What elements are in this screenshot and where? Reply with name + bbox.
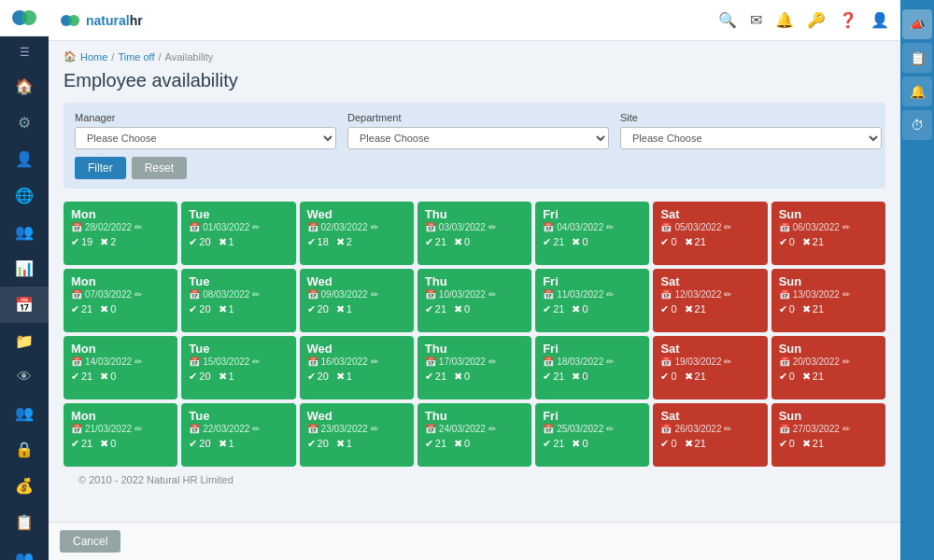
filter-button[interactable]: Filter: [75, 157, 126, 179]
check-icon: ✔: [189, 371, 197, 383]
day-cell-06-03-2022[interactable]: Sun 📅 06/03/2022 ✏ ✔ 0 ✖ 21: [771, 202, 885, 265]
day-cell-22-03-2022[interactable]: Tue 📅 22/03/2022 ✏ ✔ 20 ✖ 1: [181, 403, 295, 467]
right-sidebar-bell[interactable]: 🔔: [902, 77, 932, 106]
date-text: 22/03/2022: [203, 424, 249, 434]
day-date: 📅 12/03/2022 ✏: [660, 289, 759, 300]
day-date: 📅 11/03/2022 ✏: [543, 289, 642, 300]
breadcrumb-timeoff-link[interactable]: Time off: [118, 51, 154, 63]
sidebar-item-lock[interactable]: 🔒: [0, 431, 49, 468]
unavail-count: 0: [110, 371, 116, 382]
day-stats: ✔ 20 ✖ 1: [307, 438, 406, 450]
day-cell-23-03-2022[interactable]: Wed 📅 23/03/2022 ✏ ✔ 20 ✖ 1: [300, 403, 414, 467]
department-select[interactable]: Please Choose: [347, 127, 609, 149]
breadcrumb-home-link[interactable]: Home: [80, 51, 107, 63]
right-sidebar-clock[interactable]: ⏱: [902, 110, 932, 140]
day-cell-10-03-2022[interactable]: Thu 📅 10/03/2022 ✏ ✔ 21 ✖ 0: [417, 269, 531, 332]
sidebar-item-report[interactable]: 📋: [0, 504, 49, 540]
day-cell-11-03-2022[interactable]: Fri 📅 11/03/2022 ✏ ✔ 21 ✖ 0: [535, 269, 649, 332]
edit-icon: ✏: [606, 424, 614, 434]
date-text: 07/03/2022: [85, 289, 132, 300]
sidebar-item-team[interactable]: 👥: [0, 214, 49, 250]
check-icon: ✔: [660, 371, 669, 383]
day-cell-03-03-2022[interactable]: Thu 📅 03/03/2022 ✏ ✔ 21 ✖ 0: [417, 202, 531, 265]
day-cell-09-03-2022[interactable]: Wed 📅 09/03/2022 ✏ ✔ 20 ✖ 1: [300, 269, 414, 332]
times-icon: ✖: [572, 371, 580, 383]
sidebar-item-settings[interactable]: ⚙: [0, 105, 49, 141]
unavail-count: 0: [464, 236, 470, 247]
day-cell-27-03-2022[interactable]: Sun 📅 27/03/2022 ✏ ✔ 0 ✖ 21: [771, 403, 885, 467]
day-date: 📅 18/03/2022 ✏: [543, 357, 642, 367]
user-icon[interactable]: 👤: [870, 11, 889, 29]
day-cell-24-03-2022[interactable]: Thu 📅 24/03/2022 ✏ ✔ 21 ✖ 0: [417, 403, 531, 467]
day-name: Sun: [779, 409, 878, 424]
day-cell-01-03-2022[interactable]: Tue 📅 01/03/2022 ✏ ✔ 20 ✖ 1: [181, 202, 295, 265]
search-icon[interactable]: 🔍: [718, 11, 737, 29]
mail-icon[interactable]: ✉: [750, 11, 762, 29]
sidebar-item-calendar[interactable]: 📅: [0, 287, 49, 323]
day-stats: ✔ 21 ✖ 0: [543, 438, 642, 450]
day-cell-28-02-2022[interactable]: Mon 📅 28/02/2022 ✏ ✔ 19 ✖ 2: [64, 202, 177, 265]
day-cell-07-03-2022[interactable]: Mon 📅 07/03/2022 ✏ ✔ 21 ✖ 0: [64, 269, 177, 332]
day-cell-18-03-2022[interactable]: Fri 📅 18/03/2022 ✏ ✔ 21 ✖ 0: [535, 336, 649, 399]
day-cell-08-03-2022[interactable]: Tue 📅 08/03/2022 ✏ ✔ 20 ✖ 1: [181, 269, 295, 332]
day-cell-20-03-2022[interactable]: Sun 📅 20/03/2022 ✏ ✔ 0 ✖ 21: [771, 336, 885, 399]
day-cell-19-03-2022[interactable]: Sat 📅 19/03/2022 ✏ ✔ 0 ✖ 21: [653, 336, 767, 399]
avail-count: 21: [435, 438, 446, 449]
day-cell-05-03-2022[interactable]: Sat 📅 05/03/2022 ✏ ✔ 0 ✖ 21: [653, 202, 767, 265]
edit-icon: ✏: [842, 424, 850, 434]
sidebar-item-people[interactable]: 👥: [0, 395, 49, 431]
available-stat: ✔ 20: [307, 438, 329, 450]
bell-icon[interactable]: 🔔: [775, 11, 794, 29]
key-icon[interactable]: 🔑: [807, 11, 826, 29]
avail-count: 21: [435, 236, 446, 247]
sidebar-item-folder[interactable]: 📁: [0, 323, 49, 359]
edit-icon: ✏: [488, 357, 496, 367]
day-cell-21-03-2022[interactable]: Mon 📅 21/03/2022 ✏ ✔ 21 ✖ 0: [64, 403, 177, 467]
site-select[interactable]: Please Choose: [620, 127, 882, 149]
times-icon: ✖: [454, 303, 462, 315]
sidebar-item-chart[interactable]: 📊: [0, 250, 49, 287]
sidebar-item-user[interactable]: 👤: [0, 141, 49, 177]
sidebar-item-org[interactable]: 👥: [0, 540, 49, 560]
reset-button[interactable]: Reset: [132, 157, 187, 179]
edit-icon: ✏: [724, 357, 731, 367]
day-cell-17-03-2022[interactable]: Thu 📅 17/03/2022 ✏ ✔ 21 ✖ 0: [417, 336, 531, 399]
day-date: 📅 27/03/2022 ✏: [779, 424, 878, 434]
day-cell-12-03-2022[interactable]: Sat 📅 12/03/2022 ✏ ✔ 0 ✖ 21: [653, 269, 767, 332]
calendar-icon: 📅: [779, 357, 790, 367]
day-cell-04-03-2022[interactable]: Fri 📅 04/03/2022 ✏ ✔ 21 ✖ 0: [535, 202, 649, 265]
calendar-icon: 📅: [71, 424, 82, 434]
svg-point-3: [68, 15, 79, 26]
day-cell-14-03-2022[interactable]: Mon 📅 14/03/2022 ✏ ✔ 21 ✖ 0: [64, 336, 177, 399]
day-name: Sat: [660, 409, 759, 424]
cancel-button[interactable]: Cancel: [60, 530, 120, 553]
edit-icon: ✏: [134, 222, 142, 232]
help-icon[interactable]: ❓: [839, 11, 857, 29]
day-cell-15-03-2022[interactable]: Tue 📅 15/03/2022 ✏ ✔ 20 ✖ 1: [181, 336, 295, 399]
menu-toggle[interactable]: ☰: [0, 36, 49, 68]
day-name: Sat: [660, 274, 759, 289]
sidebar-item-home[interactable]: 🏠: [0, 68, 49, 105]
day-name: Tue: [189, 409, 288, 424]
day-stats: ✔ 20 ✖ 1: [307, 371, 406, 383]
edit-icon: ✏: [371, 222, 378, 232]
day-name: Thu: [425, 274, 524, 289]
date-text: 16/03/2022: [321, 357, 368, 367]
day-cell-25-03-2022[interactable]: Fri 📅 25/03/2022 ✏ ✔ 21 ✖ 0: [535, 403, 649, 467]
day-cell-13-03-2022[interactable]: Sun 📅 13/03/2022 ✏ ✔ 0 ✖ 21: [771, 269, 885, 332]
avail-count: 0: [671, 438, 676, 449]
sidebar-item-globe[interactable]: 🌐: [0, 177, 49, 214]
day-cell-02-03-2022[interactable]: Wed 📅 02/03/2022 ✏ ✔ 18 ✖ 2: [300, 202, 414, 265]
sidebar-item-money[interactable]: 💰: [0, 468, 49, 504]
day-cell-16-03-2022[interactable]: Wed 📅 16/03/2022 ✏ ✔ 20 ✖ 1: [300, 336, 414, 399]
day-date: 📅 14/03/2022 ✏: [71, 357, 170, 367]
content-area: 🏠 Home / Time off / Availability Employe…: [49, 41, 900, 522]
day-stats: ✔ 21 ✖ 0: [425, 371, 524, 383]
sidebar-item-eye[interactable]: 👁: [0, 359, 49, 395]
topbar-icons: 🔍 ✉ 🔔 🔑 ❓ 👤: [718, 11, 889, 29]
right-sidebar-clipboard[interactable]: 📋: [902, 43, 932, 73]
manager-select[interactable]: Please Choose: [75, 127, 336, 149]
day-cell-26-03-2022[interactable]: Sat 📅 26/03/2022 ✏ ✔ 0 ✖ 21: [653, 403, 767, 467]
day-name: Thu: [425, 207, 524, 222]
right-sidebar-megaphone[interactable]: 📣: [902, 9, 932, 39]
